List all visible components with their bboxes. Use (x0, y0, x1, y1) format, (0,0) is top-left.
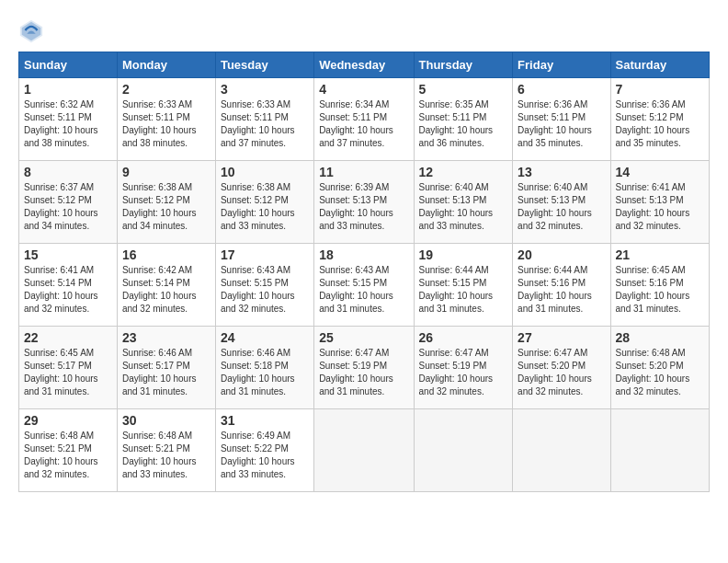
day-info: Sunrise: 6:38 AMSunset: 5:12 PMDaylight:… (122, 181, 210, 233)
calendar-cell: 17Sunrise: 6:43 AMSunset: 5:15 PMDayligh… (215, 244, 313, 327)
day-number: 1 (24, 82, 112, 97)
day-info: Sunrise: 6:47 AMSunset: 5:20 PMDaylight:… (518, 347, 605, 398)
calendar-week-row: 15Sunrise: 6:41 AMSunset: 5:14 PMDayligh… (19, 244, 710, 327)
day-info: Sunrise: 6:49 AMSunset: 5:22 PMDaylight:… (221, 430, 309, 481)
calendar-cell: 10Sunrise: 6:38 AMSunset: 5:12 PMDayligh… (215, 161, 313, 244)
calendar-table: SundayMondayTuesdayWednesdayThursdayFrid… (18, 52, 710, 492)
day-number: 26 (419, 330, 508, 345)
calendar-week-row: 1Sunrise: 6:32 AMSunset: 5:11 PMDaylight… (19, 78, 710, 161)
day-info: Sunrise: 6:43 AMSunset: 5:15 PMDaylight:… (319, 264, 408, 316)
calendar-cell: 5Sunrise: 6:35 AMSunset: 5:11 PMDaylight… (414, 78, 513, 161)
calendar-cell: 24Sunrise: 6:46 AMSunset: 5:18 PMDayligh… (215, 327, 313, 409)
day-info: Sunrise: 6:45 AMSunset: 5:17 PMDaylight:… (24, 347, 112, 398)
calendar-cell (610, 409, 709, 492)
day-number: 29 (24, 413, 112, 428)
calendar-cell: 28Sunrise: 6:48 AMSunset: 5:20 PMDayligh… (610, 327, 709, 409)
day-number: 10 (221, 165, 309, 179)
day-info: Sunrise: 6:42 AMSunset: 5:14 PMDaylight:… (122, 264, 210, 316)
day-info: Sunrise: 6:43 AMSunset: 5:15 PMDaylight:… (221, 264, 309, 316)
calendar-cell: 2Sunrise: 6:33 AMSunset: 5:11 PMDaylight… (117, 78, 215, 161)
header (18, 18, 710, 44)
day-number: 12 (419, 165, 508, 179)
day-info: Sunrise: 6:41 AMSunset: 5:13 PMDaylight:… (616, 181, 704, 233)
calendar-cell: 13Sunrise: 6:40 AMSunset: 5:13 PMDayligh… (513, 161, 610, 244)
calendar-cell: 30Sunrise: 6:48 AMSunset: 5:21 PMDayligh… (117, 409, 215, 492)
day-number: 14 (616, 165, 704, 179)
logo-icon (18, 18, 44, 44)
day-number: 15 (24, 247, 112, 262)
day-number: 13 (518, 165, 605, 179)
calendar-header-wednesday: Wednesday (314, 52, 414, 78)
calendar-cell: 14Sunrise: 6:41 AMSunset: 5:13 PMDayligh… (610, 161, 709, 244)
day-number: 23 (122, 330, 210, 345)
day-info: Sunrise: 6:48 AMSunset: 5:21 PMDaylight:… (122, 430, 210, 481)
day-info: Sunrise: 6:47 AMSunset: 5:19 PMDaylight:… (419, 347, 508, 398)
calendar-cell: 6Sunrise: 6:36 AMSunset: 5:11 PMDaylight… (513, 78, 610, 161)
calendar-cell: 31Sunrise: 6:49 AMSunset: 5:22 PMDayligh… (215, 409, 313, 492)
day-info: Sunrise: 6:45 AMSunset: 5:16 PMDaylight:… (616, 264, 704, 316)
calendar-cell: 19Sunrise: 6:44 AMSunset: 5:15 PMDayligh… (414, 244, 513, 327)
calendar-header-sunday: Sunday (19, 52, 118, 78)
calendar-cell: 25Sunrise: 6:47 AMSunset: 5:19 PMDayligh… (314, 327, 414, 409)
calendar-cell (414, 409, 513, 492)
day-number: 18 (319, 247, 408, 262)
calendar-cell: 1Sunrise: 6:32 AMSunset: 5:11 PMDaylight… (19, 78, 118, 161)
calendar-cell: 20Sunrise: 6:44 AMSunset: 5:16 PMDayligh… (513, 244, 610, 327)
calendar-week-row: 8Sunrise: 6:37 AMSunset: 5:12 PMDaylight… (19, 161, 710, 244)
calendar-cell: 23Sunrise: 6:46 AMSunset: 5:17 PMDayligh… (117, 327, 215, 409)
day-number: 6 (518, 82, 605, 97)
day-info: Sunrise: 6:48 AMSunset: 5:21 PMDaylight:… (24, 430, 112, 481)
calendar-cell: 26Sunrise: 6:47 AMSunset: 5:19 PMDayligh… (414, 327, 513, 409)
calendar-cell: 11Sunrise: 6:39 AMSunset: 5:13 PMDayligh… (314, 161, 414, 244)
calendar-header-row: SundayMondayTuesdayWednesdayThursdayFrid… (19, 52, 710, 78)
calendar-cell: 9Sunrise: 6:38 AMSunset: 5:12 PMDaylight… (117, 161, 215, 244)
day-number: 5 (419, 82, 508, 97)
day-number: 3 (221, 82, 309, 97)
day-number: 7 (616, 82, 704, 97)
day-info: Sunrise: 6:46 AMSunset: 5:17 PMDaylight:… (122, 347, 210, 398)
calendar-cell: 21Sunrise: 6:45 AMSunset: 5:16 PMDayligh… (610, 244, 709, 327)
calendar-week-row: 22Sunrise: 6:45 AMSunset: 5:17 PMDayligh… (19, 327, 710, 409)
day-info: Sunrise: 6:32 AMSunset: 5:11 PMDaylight:… (24, 98, 112, 150)
calendar-cell (314, 409, 414, 492)
day-info: Sunrise: 6:39 AMSunset: 5:13 PMDaylight:… (319, 181, 408, 233)
calendar-cell: 15Sunrise: 6:41 AMSunset: 5:14 PMDayligh… (19, 244, 118, 327)
day-number: 22 (24, 330, 112, 345)
day-number: 30 (122, 413, 210, 428)
calendar-week-row: 29Sunrise: 6:48 AMSunset: 5:21 PMDayligh… (19, 409, 710, 492)
day-info: Sunrise: 6:46 AMSunset: 5:18 PMDaylight:… (221, 347, 309, 398)
day-info: Sunrise: 6:33 AMSunset: 5:11 PMDaylight:… (221, 98, 309, 150)
day-info: Sunrise: 6:33 AMSunset: 5:11 PMDaylight:… (122, 98, 210, 150)
day-info: Sunrise: 6:44 AMSunset: 5:15 PMDaylight:… (419, 264, 508, 316)
logo (18, 18, 48, 44)
day-number: 2 (122, 82, 210, 97)
day-info: Sunrise: 6:36 AMSunset: 5:12 PMDaylight:… (616, 98, 704, 150)
day-info: Sunrise: 6:40 AMSunset: 5:13 PMDaylight:… (419, 181, 508, 233)
calendar-cell: 29Sunrise: 6:48 AMSunset: 5:21 PMDayligh… (19, 409, 118, 492)
day-number: 27 (518, 330, 605, 345)
day-number: 21 (616, 247, 704, 262)
calendar-cell: 18Sunrise: 6:43 AMSunset: 5:15 PMDayligh… (314, 244, 414, 327)
calendar-header-saturday: Saturday (610, 52, 709, 78)
calendar-header-friday: Friday (513, 52, 610, 78)
calendar-cell: 4Sunrise: 6:34 AMSunset: 5:11 PMDaylight… (314, 78, 414, 161)
calendar-header-thursday: Thursday (414, 52, 513, 78)
calendar-cell: 16Sunrise: 6:42 AMSunset: 5:14 PMDayligh… (117, 244, 215, 327)
calendar-cell: 8Sunrise: 6:37 AMSunset: 5:12 PMDaylight… (19, 161, 118, 244)
day-info: Sunrise: 6:37 AMSunset: 5:12 PMDaylight:… (24, 181, 112, 233)
day-number: 8 (24, 165, 112, 179)
day-info: Sunrise: 6:48 AMSunset: 5:20 PMDaylight:… (616, 347, 704, 398)
day-info: Sunrise: 6:35 AMSunset: 5:11 PMDaylight:… (419, 98, 508, 150)
day-info: Sunrise: 6:47 AMSunset: 5:19 PMDaylight:… (319, 347, 408, 398)
day-number: 16 (122, 247, 210, 262)
day-number: 17 (221, 247, 309, 262)
day-number: 31 (221, 413, 309, 428)
calendar-cell (513, 409, 610, 492)
day-number: 20 (518, 247, 605, 262)
day-number: 28 (616, 330, 704, 345)
calendar-cell: 12Sunrise: 6:40 AMSunset: 5:13 PMDayligh… (414, 161, 513, 244)
day-info: Sunrise: 6:41 AMSunset: 5:14 PMDaylight:… (24, 264, 112, 316)
day-number: 25 (319, 330, 408, 345)
calendar-cell: 22Sunrise: 6:45 AMSunset: 5:17 PMDayligh… (19, 327, 118, 409)
calendar-cell: 7Sunrise: 6:36 AMSunset: 5:12 PMDaylight… (610, 78, 709, 161)
